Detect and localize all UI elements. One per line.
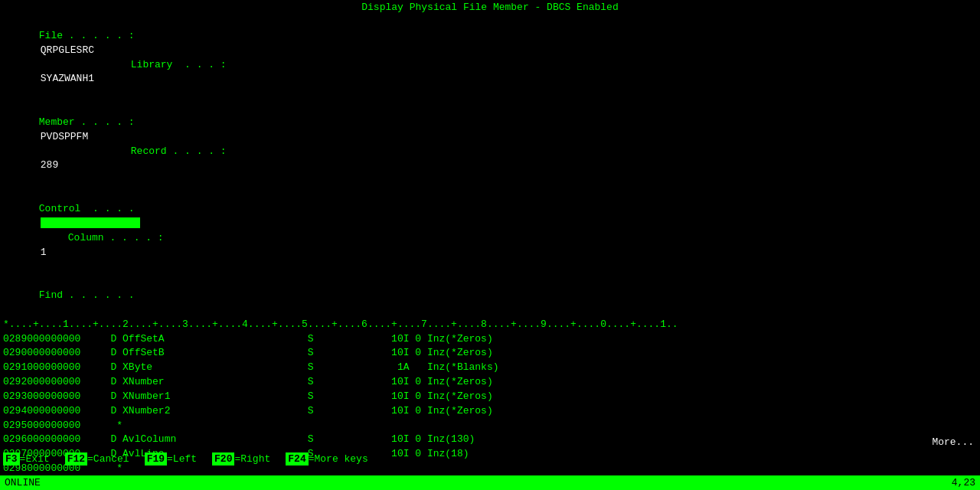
fkey-f12-num: F12 <box>65 452 87 466</box>
fkey-f19-num: F19 <box>145 452 167 466</box>
more-indicator: More... <box>932 436 974 448</box>
data-line-3: 0291000000000 D XByte S 1A Inz(*Blanks) <box>3 361 977 375</box>
control-input[interactable] <box>41 217 140 229</box>
data-line-6: 0294000000000 D XNumber2 S 10I 0 Inz(*Ze… <box>3 404 977 419</box>
data-line-8: 0296000000000 D AvlColumn S 10I 0 Inz(13… <box>3 433 977 447</box>
control-label: Control . . . . <box>39 203 135 214</box>
member-value: PVDSPPFM <box>41 131 88 142</box>
column-label: Column . . . . : <box>68 232 164 243</box>
header-row-1: File . . . . . : QRPGLESRC Library . . .… <box>3 15 977 101</box>
data-line-7: 0295000000000 * <box>3 419 977 433</box>
status-online: ONLINE <box>5 477 41 488</box>
data-line-4: 0292000000000 D XNumber S 10I 0 Inz(*Zer… <box>3 375 977 390</box>
fkey-f24[interactable]: F24=More keys <box>286 452 368 466</box>
fkey-f20-label: =Right <box>234 453 270 465</box>
header-row-4: Find . . . . . . <box>3 274 977 318</box>
library-label: Library . . . : <box>131 59 227 70</box>
fkey-f3-num: F3 <box>3 452 20 466</box>
record-label: Record . . . . : <box>131 145 227 157</box>
fkey-f19-label: =Left <box>167 453 197 465</box>
header-row-3: Control . . . . Column . . . . : 1 <box>3 188 977 274</box>
ruler-line: *....+....1....+....2....+....3....+....… <box>3 318 977 332</box>
fkey-f12-label: =Cancel <box>87 453 129 465</box>
fkey-f20[interactable]: F20=Right <box>212 452 270 466</box>
fkey-f20-num: F20 <box>212 452 234 466</box>
more-text: More... <box>932 436 974 448</box>
fkey-f3-label: =Exit <box>20 453 50 465</box>
data-line-1: 0289000000000 D OffSetA S 10I 0 Inz(*Zer… <box>3 332 977 347</box>
fkey-f3[interactable]: F3=Exit <box>3 452 50 466</box>
status-position: 4,23 <box>952 477 975 488</box>
file-label: File . . . . . : <box>39 30 135 41</box>
content-area: File . . . . . : QRPGLESRC Library . . .… <box>0 15 980 490</box>
fkey-bar: F3=Exit F12=Cancel F19=Left F20=Right F2… <box>0 451 980 467</box>
column-value: 1 <box>41 247 47 258</box>
library-value: SYAZWANH1 <box>41 73 94 84</box>
title-bar: Display Physical File Member - DBCS Enab… <box>0 0 980 15</box>
member-label: Member . . . . : <box>39 116 135 128</box>
fkey-f24-label: =More keys <box>309 453 368 465</box>
data-line-2: 0290000000000 D OffSetB S 10I 0 Inz(*Zer… <box>3 346 977 361</box>
terminal-screen: Display Physical File Member - DBCS Enab… <box>0 0 980 490</box>
header-row-2: Member . . . . : PVDSPPFM Record . . . .… <box>3 101 977 188</box>
fkey-f24-num: F24 <box>286 452 308 466</box>
data-line-5: 0293000000000 D XNumber1 S 10I 0 Inz(*Ze… <box>3 390 977 404</box>
record-value: 289 <box>41 159 58 171</box>
find-label: Find . . . . . . <box>39 289 135 301</box>
file-value: QRPGLESRC <box>41 44 94 56</box>
title-text: Display Physical File Member - DBCS Enab… <box>361 2 618 13</box>
fkey-f12[interactable]: F12=Cancel <box>65 452 129 466</box>
status-bar: ONLINE 4,23 <box>0 475 980 490</box>
fkey-f19[interactable]: F19=Left <box>145 452 197 466</box>
